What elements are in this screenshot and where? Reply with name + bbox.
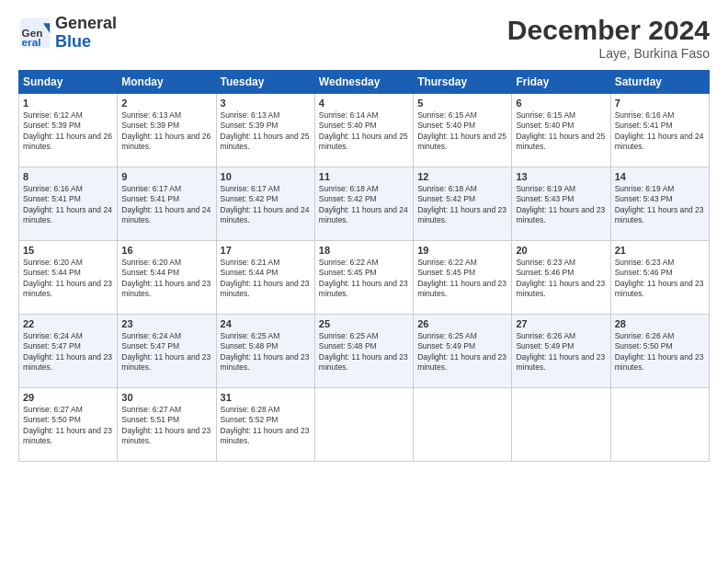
day-number: 9 xyxy=(121,171,211,182)
day-number: 6 xyxy=(516,98,606,109)
calendar-cell: 1Sunrise: 6:12 AMSunset: 5:39 PMDaylight… xyxy=(19,94,118,167)
cell-text: Sunrise: 6:17 AMSunset: 5:42 PMDaylight:… xyxy=(221,184,311,226)
day-number: 4 xyxy=(319,98,409,109)
calendar-cell: 20Sunrise: 6:23 AMSunset: 5:46 PMDayligh… xyxy=(512,241,610,315)
cell-text: Sunrise: 6:13 AMSunset: 5:39 PMDaylight:… xyxy=(221,110,311,153)
cell-text: Sunrise: 6:18 AMSunset: 5:42 PMDaylight:… xyxy=(319,184,409,226)
calendar-cell: 23Sunrise: 6:24 AMSunset: 5:47 PMDayligh… xyxy=(118,315,216,388)
logo-general: General xyxy=(55,15,117,33)
cell-text: Sunrise: 6:16 AMSunset: 5:41 PMDaylight:… xyxy=(615,110,705,153)
cell-text: Sunrise: 6:27 AMSunset: 5:50 PMDaylight:… xyxy=(23,405,113,447)
calendar-cell: 7Sunrise: 6:16 AMSunset: 5:41 PMDaylight… xyxy=(610,94,709,167)
logo-blue: Blue xyxy=(55,33,117,52)
calendar-cell xyxy=(610,388,709,462)
day-number: 26 xyxy=(417,318,507,329)
cell-text: Sunrise: 6:22 AMSunset: 5:45 PMDaylight:… xyxy=(319,258,409,300)
calendar-cell: 3Sunrise: 6:13 AMSunset: 5:39 PMDaylight… xyxy=(216,94,314,167)
cell-text: Sunrise: 6:14 AMSunset: 5:40 PMDaylight:… xyxy=(319,110,409,153)
calendar-cell: 6Sunrise: 6:15 AMSunset: 5:40 PMDaylight… xyxy=(512,94,610,167)
day-number: 19 xyxy=(417,245,507,256)
cell-text: Sunrise: 6:27 AMSunset: 5:51 PMDaylight:… xyxy=(121,405,211,447)
day-number: 27 xyxy=(516,318,606,329)
day-number: 30 xyxy=(121,392,211,403)
cell-text: Sunrise: 6:15 AMSunset: 5:40 PMDaylight:… xyxy=(417,110,507,153)
page: Gen eral General Blue December 2024 Laye… xyxy=(0,0,728,563)
weekday-header: Saturday xyxy=(610,71,709,94)
day-number: 11 xyxy=(319,171,409,182)
cell-text: Sunrise: 6:20 AMSunset: 5:44 PMDaylight:… xyxy=(23,258,113,300)
calendar-cell xyxy=(512,388,610,462)
day-number: 24 xyxy=(221,318,311,329)
cell-text: Sunrise: 6:23 AMSunset: 5:46 PMDaylight:… xyxy=(516,258,606,300)
calendar-cell: 30Sunrise: 6:27 AMSunset: 5:51 PMDayligh… xyxy=(118,388,216,462)
calendar-cell xyxy=(414,388,512,462)
calendar: SundayMondayTuesdayWednesdayThursdayFrid… xyxy=(18,70,710,462)
day-number: 25 xyxy=(319,318,409,329)
day-number: 7 xyxy=(615,98,705,109)
cell-text: Sunrise: 6:28 AMSunset: 5:52 PMDaylight:… xyxy=(221,405,311,447)
calendar-week-row: 22Sunrise: 6:24 AMSunset: 5:47 PMDayligh… xyxy=(19,315,710,388)
weekday-header: Thursday xyxy=(414,71,512,94)
day-number: 23 xyxy=(121,318,211,329)
calendar-cell: 16Sunrise: 6:20 AMSunset: 5:44 PMDayligh… xyxy=(118,241,216,315)
cell-text: Sunrise: 6:22 AMSunset: 5:45 PMDaylight:… xyxy=(417,258,507,300)
cell-text: Sunrise: 6:25 AMSunset: 5:49 PMDaylight:… xyxy=(417,331,507,373)
day-number: 21 xyxy=(615,245,705,256)
calendar-cell: 22Sunrise: 6:24 AMSunset: 5:47 PMDayligh… xyxy=(19,315,118,388)
cell-text: Sunrise: 6:19 AMSunset: 5:43 PMDaylight:… xyxy=(516,184,606,226)
calendar-cell: 2Sunrise: 6:13 AMSunset: 5:39 PMDaylight… xyxy=(118,94,216,167)
calendar-cell: 21Sunrise: 6:23 AMSunset: 5:46 PMDayligh… xyxy=(610,241,709,315)
calendar-cell: 13Sunrise: 6:19 AMSunset: 5:43 PMDayligh… xyxy=(512,167,610,241)
calendar-cell: 14Sunrise: 6:19 AMSunset: 5:43 PMDayligh… xyxy=(610,167,709,241)
cell-text: Sunrise: 6:17 AMSunset: 5:41 PMDaylight:… xyxy=(121,184,211,226)
cell-text: Sunrise: 6:25 AMSunset: 5:48 PMDaylight:… xyxy=(319,331,409,373)
day-number: 3 xyxy=(221,98,311,109)
calendar-cell: 4Sunrise: 6:14 AMSunset: 5:40 PMDaylight… xyxy=(314,94,413,167)
weekday-header: Sunday xyxy=(19,71,118,94)
weekday-header: Wednesday xyxy=(314,71,413,94)
cell-text: Sunrise: 6:24 AMSunset: 5:47 PMDaylight:… xyxy=(121,331,211,373)
calendar-week-row: 8Sunrise: 6:16 AMSunset: 5:41 PMDaylight… xyxy=(19,167,710,241)
svg-text:eral: eral xyxy=(22,36,41,48)
calendar-cell: 10Sunrise: 6:17 AMSunset: 5:42 PMDayligh… xyxy=(216,167,314,241)
day-number: 5 xyxy=(417,98,507,109)
cell-text: Sunrise: 6:13 AMSunset: 5:39 PMDaylight:… xyxy=(121,110,211,153)
cell-text: Sunrise: 6:19 AMSunset: 5:43 PMDaylight:… xyxy=(615,184,705,226)
day-number: 13 xyxy=(516,171,606,182)
calendar-cell: 25Sunrise: 6:25 AMSunset: 5:48 PMDayligh… xyxy=(314,315,413,388)
day-number: 2 xyxy=(121,98,211,109)
weekday-header: Monday xyxy=(118,71,216,94)
day-number: 14 xyxy=(615,171,705,182)
day-number: 29 xyxy=(23,392,113,403)
cell-text: Sunrise: 6:23 AMSunset: 5:46 PMDaylight:… xyxy=(615,258,705,300)
calendar-cell: 24Sunrise: 6:25 AMSunset: 5:48 PMDayligh… xyxy=(216,315,314,388)
cell-text: Sunrise: 6:15 AMSunset: 5:40 PMDaylight:… xyxy=(516,110,606,153)
weekday-header-row: SundayMondayTuesdayWednesdayThursdayFrid… xyxy=(19,71,710,94)
weekday-header: Tuesday xyxy=(216,71,314,94)
calendar-week-row: 1Sunrise: 6:12 AMSunset: 5:39 PMDaylight… xyxy=(19,94,710,167)
day-number: 16 xyxy=(121,245,211,256)
calendar-cell: 19Sunrise: 6:22 AMSunset: 5:45 PMDayligh… xyxy=(414,241,512,315)
calendar-cell: 27Sunrise: 6:26 AMSunset: 5:49 PMDayligh… xyxy=(512,315,610,388)
location: Laye, Burkina Faso xyxy=(507,46,710,61)
calendar-cell: 11Sunrise: 6:18 AMSunset: 5:42 PMDayligh… xyxy=(314,167,413,241)
day-number: 12 xyxy=(417,171,507,182)
day-number: 18 xyxy=(319,245,409,256)
cell-text: Sunrise: 6:18 AMSunset: 5:42 PMDaylight:… xyxy=(417,184,507,226)
logo-icon: Gen eral xyxy=(18,17,51,50)
cell-text: Sunrise: 6:24 AMSunset: 5:47 PMDaylight:… xyxy=(23,331,113,373)
calendar-cell: 15Sunrise: 6:20 AMSunset: 5:44 PMDayligh… xyxy=(19,241,118,315)
day-number: 17 xyxy=(221,245,311,256)
cell-text: Sunrise: 6:16 AMSunset: 5:41 PMDaylight:… xyxy=(23,184,113,226)
day-number: 28 xyxy=(615,318,705,329)
day-number: 1 xyxy=(23,98,113,109)
calendar-cell: 8Sunrise: 6:16 AMSunset: 5:41 PMDaylight… xyxy=(19,167,118,241)
logo: Gen eral General Blue xyxy=(18,15,117,52)
calendar-week-row: 29Sunrise: 6:27 AMSunset: 5:50 PMDayligh… xyxy=(19,388,710,462)
cell-text: Sunrise: 6:20 AMSunset: 5:44 PMDaylight:… xyxy=(121,258,211,300)
day-number: 8 xyxy=(23,171,113,182)
calendar-cell: 5Sunrise: 6:15 AMSunset: 5:40 PMDaylight… xyxy=(414,94,512,167)
calendar-cell: 17Sunrise: 6:21 AMSunset: 5:44 PMDayligh… xyxy=(216,241,314,315)
title-section: December 2024 Laye, Burkina Faso xyxy=(507,15,710,61)
calendar-cell: 29Sunrise: 6:27 AMSunset: 5:50 PMDayligh… xyxy=(19,388,118,462)
